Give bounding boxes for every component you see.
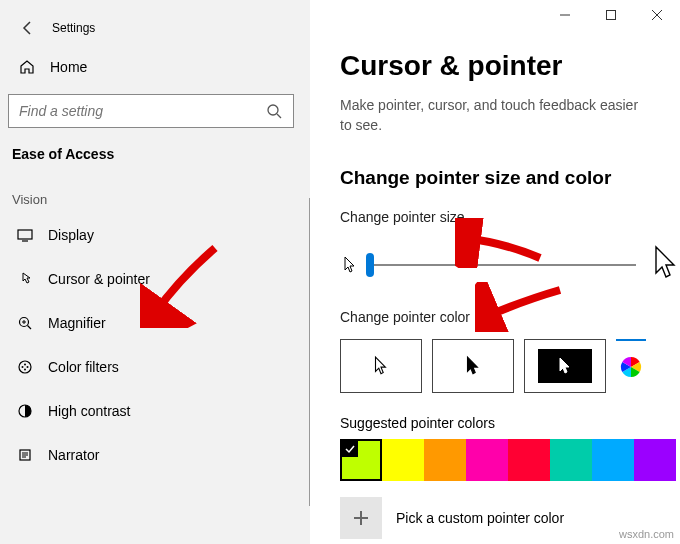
watermark: wsxdn.com: [619, 528, 674, 540]
color-filters-icon: [16, 358, 34, 376]
minimize-button[interactable]: [542, 0, 588, 30]
pointer-color-white[interactable]: [340, 339, 422, 393]
sidebar-item-label: Narrator: [48, 447, 99, 463]
home-nav[interactable]: Home: [0, 44, 310, 90]
narrator-icon: [16, 446, 34, 464]
svg-point-11: [24, 364, 26, 366]
pick-custom-color-label: Pick a custom pointer color: [396, 510, 564, 526]
cursor-pointer-icon: [16, 270, 34, 288]
home-icon: [18, 58, 36, 76]
svg-point-8: [19, 361, 31, 373]
svg-point-10: [27, 366, 29, 368]
sidebar-divider: [309, 198, 310, 506]
pointer-color-black[interactable]: [432, 339, 514, 393]
color-swatch[interactable]: [424, 439, 466, 481]
close-button[interactable]: [634, 0, 680, 30]
app-title: Settings: [52, 21, 95, 35]
color-swatch[interactable]: [340, 439, 382, 481]
sidebar-item-label: High contrast: [48, 403, 130, 419]
pointer-color-label: Change pointer color: [340, 309, 680, 325]
color-swatch[interactable]: [634, 439, 676, 481]
color-swatch[interactable]: [466, 439, 508, 481]
sidebar-item-color-filters[interactable]: Color filters: [0, 345, 310, 389]
sidebar-item-label: Magnifier: [48, 315, 106, 331]
pointer-color-inverted[interactable]: [524, 339, 606, 393]
color-swatch[interactable]: [592, 439, 634, 481]
sidebar-item-label: Display: [48, 227, 94, 243]
large-cursor-icon: [652, 243, 680, 287]
sidebar-item-narrator[interactable]: Narrator: [0, 433, 310, 477]
color-swatch[interactable]: [550, 439, 592, 481]
svg-line-5: [28, 326, 32, 330]
back-button[interactable]: [18, 18, 38, 38]
suggested-swatches: [340, 439, 680, 481]
group-header: Vision: [0, 162, 310, 207]
checkmark-icon: [342, 441, 358, 457]
suggested-colors-label: Suggested pointer colors: [340, 415, 680, 431]
page-subtitle: Make pointer, cursor, and touch feedback…: [340, 96, 640, 135]
svg-point-9: [22, 366, 24, 368]
color-swatch[interactable]: [382, 439, 424, 481]
search-icon: [263, 100, 285, 122]
search-input[interactable]: [19, 103, 263, 119]
pick-custom-color-button[interactable]: [340, 497, 382, 539]
magnifier-icon: [16, 314, 34, 332]
svg-rect-22: [607, 11, 616, 20]
page-title: Cursor & pointer: [340, 50, 680, 82]
slider-thumb[interactable]: [366, 253, 374, 277]
svg-point-12: [24, 369, 26, 371]
pointer-color-custom[interactable]: [616, 339, 646, 393]
search-box[interactable]: [8, 94, 294, 128]
sidebar-item-label: Color filters: [48, 359, 119, 375]
svg-rect-2: [18, 230, 32, 239]
small-cursor-icon: [340, 253, 360, 277]
sidebar-item-display[interactable]: Display: [0, 213, 310, 257]
color-swatch[interactable]: [508, 439, 550, 481]
pointer-size-label: Change pointer size: [340, 209, 680, 225]
high-contrast-icon: [16, 402, 34, 420]
svg-line-1: [277, 114, 281, 118]
category-header: Ease of Access: [0, 128, 310, 162]
section-heading: Change pointer size and color: [340, 167, 680, 189]
maximize-button[interactable]: [588, 0, 634, 30]
sidebar-item-magnifier[interactable]: Magnifier: [0, 301, 310, 345]
sidebar-item-high-contrast[interactable]: High contrast: [0, 389, 310, 433]
svg-point-0: [268, 105, 278, 115]
home-label: Home: [50, 59, 87, 75]
display-icon: [16, 226, 34, 244]
sidebar-item-cursor-pointer[interactable]: Cursor & pointer: [0, 257, 310, 301]
pointer-size-slider[interactable]: [370, 264, 636, 266]
sidebar-item-label: Cursor & pointer: [48, 271, 150, 287]
